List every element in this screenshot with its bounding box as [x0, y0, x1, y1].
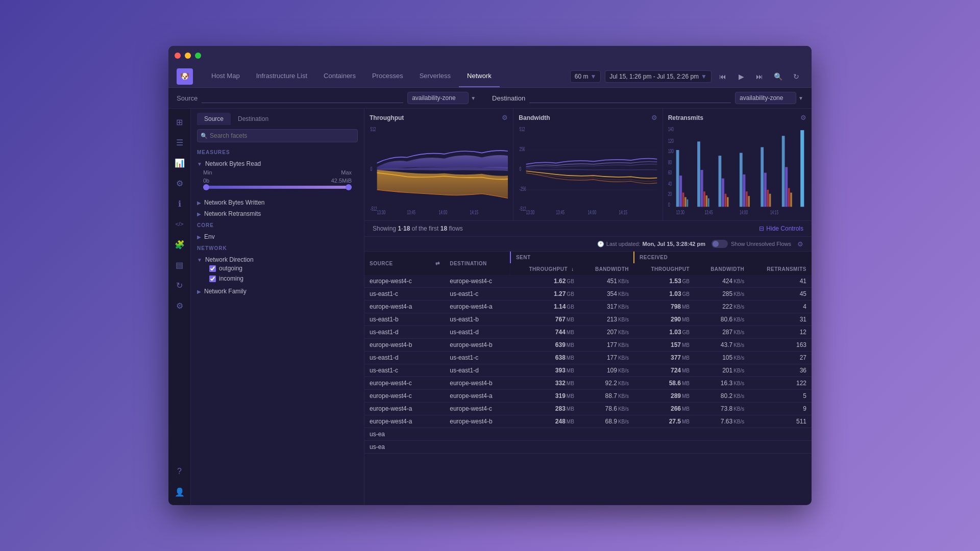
retransmits-chart-gear-icon[interactable]: ⚙: [800, 114, 806, 121]
svg-rect-43: [761, 147, 764, 207]
col-header-destination[interactable]: DESTINATION: [445, 252, 510, 275]
cell-bandwidth-sent: 317KB/s: [579, 300, 634, 313]
network-section-header: NETWORK: [191, 242, 364, 254]
throughput-chart-gear-icon[interactable]: ⚙: [502, 114, 508, 121]
cell-throughput-sent: 639MB: [510, 339, 579, 352]
cell-dest: [445, 428, 510, 441]
facet-direction-header[interactable]: ▼ Network Direction: [197, 256, 358, 263]
show-unresolved-toggle[interactable]: [712, 240, 728, 248]
facet-direction-label: Network Direction: [205, 256, 254, 263]
facet-env: ▶ Env: [191, 231, 364, 242]
cell-source: us-east1-d: [364, 326, 430, 339]
source-input[interactable]: [202, 93, 403, 103]
sidebar-help-icon[interactable]: ?: [170, 462, 189, 481]
cell-dest: us-east1-b: [445, 313, 510, 326]
refresh-button[interactable]: ↻: [789, 69, 803, 84]
facet-bytes-written-arrow: ▶: [197, 200, 201, 206]
sidebar-user-icon[interactable]: 👤: [170, 483, 189, 501]
tab-serverless[interactable]: Serverless: [411, 65, 459, 87]
cell-bandwidth-sent: 354KB/s: [579, 288, 634, 300]
cell-throughput-recv: 27.5MB: [634, 415, 695, 428]
tab-infrastructure-list[interactable]: Infrastructure List: [248, 65, 315, 87]
sidebar-gear-icon[interactable]: ⚙: [170, 296, 189, 315]
col-header-source[interactable]: SOURCE: [364, 252, 430, 275]
svg-text:14:15: 14:15: [770, 209, 778, 215]
throughput-chart-header: Throughput ⚙: [370, 114, 508, 121]
bytes-read-slider-right-thumb[interactable]: [346, 184, 352, 190]
sidebar-dot-icon[interactable]: ⚙: [170, 174, 189, 192]
cell-bandwidth-sent: 207KB/s: [579, 326, 634, 339]
time-preset-selector[interactable]: 60 m ▼: [570, 70, 601, 83]
incoming-label: incoming: [219, 275, 243, 282]
svg-text:14:15: 14:15: [470, 209, 479, 215]
time-play-button[interactable]: ▶: [734, 69, 748, 84]
table-settings-button[interactable]: ⚙: [797, 240, 803, 248]
col-header-throughput-sent[interactable]: THROUGHPUT ↓: [510, 263, 579, 275]
sidebar-chart-icon[interactable]: 📊: [170, 154, 189, 172]
facet-family-header[interactable]: ▶ Network Family: [197, 288, 358, 295]
sidebar-list-icon[interactable]: ☰: [170, 133, 189, 152]
col-header-retransmits[interactable]: RETRANSMITS: [749, 263, 812, 275]
facet-retransmits-header[interactable]: ▶ Network Retransmits: [197, 210, 358, 217]
cell-throughput-sent: 283MB: [510, 403, 579, 415]
table-row: us-ea: [364, 441, 812, 454]
tab-network[interactable]: Network: [459, 65, 500, 87]
facet-bytes-written-header[interactable]: ▶ Network Bytes Written: [197, 199, 358, 206]
tab-source[interactable]: Source: [197, 113, 231, 125]
col-header-swap[interactable]: ⇄: [430, 252, 445, 275]
throughput-chart-title: Throughput: [370, 114, 404, 121]
cell-throughput-sent: 1.62GB: [510, 275, 579, 288]
bytes-read-slider[interactable]: [203, 186, 352, 189]
sidebar-layers-icon[interactable]: ▤: [170, 256, 189, 274]
time-range-selector[interactable]: Jul 15, 1:26 pm - Jul 15, 2:26 pm ▼: [605, 70, 712, 83]
throughput-chart-svg: 512 0 -512: [370, 124, 508, 215]
table-section: Showing 1-18 of the first 18 flows ⊟ Hid…: [364, 221, 812, 505]
minimize-button[interactable]: [185, 53, 191, 59]
time-forward-button[interactable]: ⏭: [752, 69, 767, 84]
incoming-checkbox[interactable]: [209, 276, 216, 282]
throughput-chart-area: 512 0 -512: [370, 124, 508, 215]
tab-containers[interactable]: Containers: [315, 65, 364, 87]
outgoing-checkbox[interactable]: [209, 265, 216, 272]
sidebar-puzzle-icon[interactable]: 🧩: [170, 235, 189, 254]
facet-bytes-read-header[interactable]: ▼ Network Bytes Read: [197, 160, 358, 167]
dest-groupby-select[interactable]: availability-zone service host: [735, 92, 796, 104]
cell-throughput-sent: 248MB: [510, 415, 579, 428]
hide-controls-button[interactable]: ⊟ Hide Controls: [759, 225, 803, 232]
sidebar-code-icon[interactable]: </>: [170, 215, 189, 233]
search-button[interactable]: 🔍: [771, 69, 785, 84]
dest-input[interactable]: [529, 93, 731, 103]
col-header-bandwidth-recv[interactable]: BANDWIDTH: [695, 263, 749, 275]
cell-bandwidth-recv: 43.7KB/s: [695, 339, 749, 352]
sidebar-sync-icon[interactable]: ↻: [170, 276, 189, 294]
facet-retransmits-arrow: ▶: [197, 211, 201, 217]
col-header-throughput-recv[interactable]: THROUGHPUT: [634, 263, 695, 275]
close-button[interactable]: [175, 53, 181, 59]
sidebar-grid-icon[interactable]: ⊞: [170, 113, 189, 131]
cell-bandwidth-sent: 451KB/s: [579, 275, 634, 288]
bytes-read-slider-left-thumb[interactable]: [203, 184, 209, 190]
col-header-bandwidth-sent[interactable]: BANDWIDTH: [579, 263, 634, 275]
core-section-header: CORE: [191, 219, 364, 231]
bandwidth-chart-gear-icon[interactable]: ⚙: [651, 114, 657, 121]
facet-network-retransmits: ▶ Network Retransmits: [191, 208, 364, 219]
table-row: us-ea: [364, 428, 812, 441]
tab-destination[interactable]: Destination: [231, 113, 276, 125]
facet-network-bytes-written: ▶ Network Bytes Written: [191, 197, 364, 208]
cell-dest: us-east1-c: [445, 352, 510, 364]
clock-icon: 🕐: [597, 241, 604, 247]
facet-env-header[interactable]: ▶ Env: [197, 233, 358, 240]
svg-text:14:00: 14:00: [588, 209, 597, 215]
sidebar-info-icon[interactable]: ℹ: [170, 194, 189, 213]
cell-bandwidth-sent: 78.6KB/s: [579, 403, 634, 415]
bytes-read-max-val: 42.5MiB: [331, 178, 352, 184]
source-groupby-select[interactable]: availability-zone service host: [407, 92, 469, 104]
maximize-button[interactable]: [195, 53, 201, 59]
tab-processes[interactable]: Processes: [364, 65, 411, 87]
time-back-button[interactable]: ⏮: [716, 69, 730, 84]
facet-search-input[interactable]: [197, 129, 358, 142]
svg-rect-33: [705, 195, 707, 207]
tab-host-map[interactable]: Host Map: [203, 65, 248, 87]
throughput-y-mid: 0: [370, 166, 372, 172]
facet-bytes-read-arrow: ▼: [197, 161, 202, 167]
